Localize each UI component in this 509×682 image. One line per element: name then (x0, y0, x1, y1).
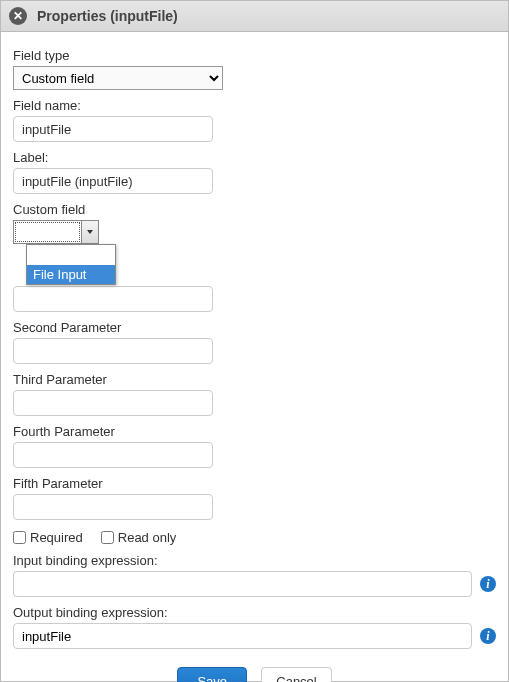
first-parameter-input[interactable] (13, 286, 213, 312)
readonly-label: Read only (118, 530, 177, 545)
label-input[interactable] (13, 168, 213, 194)
required-checkbox-wrap[interactable]: Required (13, 530, 83, 545)
fifth-parameter-input[interactable] (13, 494, 213, 520)
close-icon[interactable]: ✕ (9, 7, 27, 25)
readonly-checkbox-wrap[interactable]: Read only (101, 530, 177, 545)
input-binding-label: Input binding expression: (13, 553, 496, 568)
label-label: Label: (13, 150, 496, 165)
output-binding-input[interactable] (13, 623, 472, 649)
required-label: Required (30, 530, 83, 545)
cancel-button[interactable]: Cancel (261, 667, 331, 682)
field-name-input[interactable] (13, 116, 213, 142)
properties-dialog: ✕ Properties (inputFile) Field type Cust… (0, 0, 509, 682)
chevron-down-icon[interactable] (81, 221, 98, 243)
custom-field-select[interactable] (13, 220, 99, 244)
dropdown-option-empty[interactable] (27, 245, 115, 265)
third-parameter-input[interactable] (13, 390, 213, 416)
custom-field-label: Custom field (13, 202, 496, 217)
second-parameter-label: Second Parameter (13, 320, 496, 335)
field-type-select[interactable]: Custom field (13, 66, 223, 90)
info-icon[interactable]: i (480, 576, 496, 592)
input-binding-input[interactable] (13, 571, 472, 597)
output-binding-label: Output binding expression: (13, 605, 496, 620)
field-name-label: Field name: (13, 98, 496, 113)
custom-field-select-input[interactable] (15, 222, 80, 242)
fourth-parameter-input[interactable] (13, 442, 213, 468)
custom-field-dropdown[interactable]: File Input (26, 244, 116, 285)
third-parameter-label: Third Parameter (13, 372, 496, 387)
dropdown-option-file-input[interactable]: File Input (27, 265, 115, 284)
save-button[interactable]: Save (177, 667, 247, 682)
dialog-body: Field type Custom field Field name: Labe… (1, 32, 508, 682)
readonly-checkbox[interactable] (101, 531, 114, 544)
required-checkbox[interactable] (13, 531, 26, 544)
button-row: Save Cancel (13, 667, 496, 682)
titlebar: ✕ Properties (inputFile) (1, 1, 508, 32)
field-type-label: Field type (13, 48, 496, 63)
second-parameter-input[interactable] (13, 338, 213, 364)
dialog-title: Properties (inputFile) (37, 8, 178, 24)
info-icon[interactable]: i (480, 628, 496, 644)
fourth-parameter-label: Fourth Parameter (13, 424, 496, 439)
fifth-parameter-label: Fifth Parameter (13, 476, 496, 491)
